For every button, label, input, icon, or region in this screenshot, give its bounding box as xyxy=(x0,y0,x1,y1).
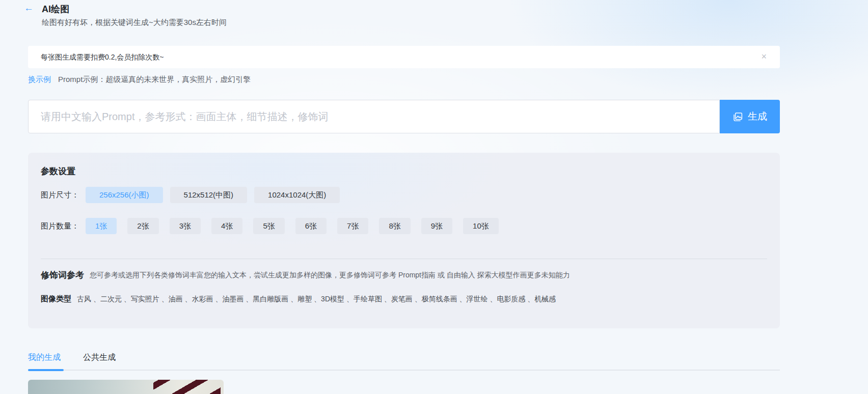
count-option[interactable]: 3张 xyxy=(170,218,201,234)
tabs-track xyxy=(28,370,780,371)
size-row: 图片尺寸： 256x256(小图)512x512(中图)1024x1024(大图… xyxy=(41,187,347,203)
modifier-title: 修饰词参考 xyxy=(41,269,84,281)
count-option[interactable]: 4张 xyxy=(211,218,242,234)
active-tab-indicator xyxy=(28,369,64,371)
count-option[interactable]: 2张 xyxy=(127,218,158,234)
count-row: 图片数量： 1张2张3张4张5张6张7张8张9张10张 xyxy=(41,218,509,234)
panel-title: 参数设置 xyxy=(41,165,75,177)
example-row: 换示例 Prompt示例：超级逼真的未来世界，真实照片，虚幻引擎 xyxy=(28,75,251,85)
size-option[interactable]: 512x512(中图) xyxy=(170,187,248,203)
size-options: 256x256(小图)512x512(中图)1024x1024(大图) xyxy=(86,187,347,203)
tab-items: 我的生成公共生成 xyxy=(28,353,138,361)
generate-button[interactable]: 生成 xyxy=(720,100,780,133)
image-type-row: 图像类型 古风 、二次元 、写实照片 、油画 、水彩画 、油墨画 、黑白雕版画 … xyxy=(41,294,556,304)
count-option[interactable]: 6张 xyxy=(295,218,327,234)
generation-tabs: 我的生成公共生成 xyxy=(28,351,780,373)
count-label: 图片数量： xyxy=(41,221,79,231)
count-option[interactable]: 1张 xyxy=(86,218,117,234)
panel-divider xyxy=(41,259,767,259)
size-option[interactable]: 256x256(小图) xyxy=(86,187,163,203)
page-subtitle: 绘图有好有坏，根据关键词生成~大约需要30s左右时间 xyxy=(42,18,227,27)
image-type-label: 图像类型 xyxy=(41,294,71,304)
thumbnail-stripes xyxy=(153,380,221,394)
count-option[interactable]: 8张 xyxy=(379,218,410,234)
count-option[interactable]: 10张 xyxy=(463,218,499,234)
example-hint: Prompt示例：超级逼真的未来世界，真实照片，虚幻引擎 xyxy=(58,75,251,85)
prompt-input[interactable] xyxy=(28,100,720,133)
count-option[interactable]: 5张 xyxy=(253,218,284,234)
parameter-panel: 参数设置 图片尺寸： 256x256(小图)512x512(中图)1024x10… xyxy=(28,153,780,328)
back-icon[interactable]: ← xyxy=(24,3,34,14)
tab-my-generations[interactable]: 我的生成 xyxy=(28,351,61,363)
count-options: 1张2张3张4张5张6张7张8张9张10张 xyxy=(86,218,509,234)
modifier-row: 修饰词参考 您可参考或选用下列各类修饰词丰富您的输入文本，尝试生成更加多样的图像… xyxy=(41,269,570,281)
count-option[interactable]: 7张 xyxy=(337,218,368,234)
size-label: 图片尺寸： xyxy=(41,190,79,200)
notice-text: 每张图生成需要扣费0.2,会员扣除次数~ xyxy=(41,46,164,68)
size-option[interactable]: 1024x1024(大图) xyxy=(254,187,340,203)
modifier-description: 您可参考或选用下列各类修饰词丰富您的输入文本，尝试生成更加多样的图像，更多修饰词… xyxy=(90,271,570,280)
switch-example-link[interactable]: 换示例 xyxy=(28,75,51,85)
generated-image-thumbnail[interactable] xyxy=(28,380,224,394)
close-icon[interactable]: × xyxy=(761,51,767,62)
count-option[interactable]: 9张 xyxy=(421,218,452,234)
image-type-list: 古风 、二次元 、写实照片 、油画 、水彩画 、油墨画 、黑白雕版画 、雕塑 、… xyxy=(77,295,556,304)
prompt-row: 生成 xyxy=(28,100,780,133)
tab-public-generations[interactable]: 公共生成 xyxy=(83,351,116,363)
picture-icon xyxy=(733,111,743,122)
notice-bar: 每张图生成需要扣费0.2,会员扣除次数~ × xyxy=(28,46,780,68)
page-title: AI绘图 xyxy=(42,3,69,15)
generate-button-label: 生成 xyxy=(748,110,767,123)
